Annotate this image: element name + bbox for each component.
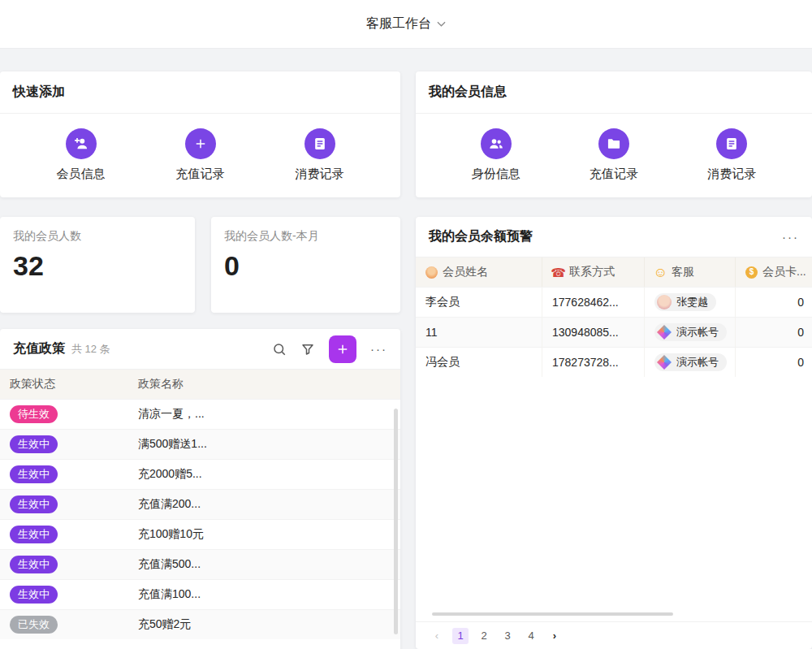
- add-policy-button[interactable]: [329, 335, 356, 363]
- vertical-scrollbar[interactable]: [394, 409, 398, 634]
- group-icon: [481, 128, 512, 159]
- member-row[interactable]: 11 130948085... 演示帐号 0: [416, 317, 812, 347]
- member-row[interactable]: 李会员 177628462... 张雯越 0: [416, 287, 812, 317]
- horizontal-scrollbar-track: [425, 612, 802, 616]
- page-button-1[interactable]: 1: [452, 628, 469, 644]
- quick-add-card: 快速添加 会员信息 充值记录: [0, 71, 400, 197]
- member-icon: [425, 266, 438, 279]
- policy-name: 充值满200...: [128, 497, 400, 512]
- app-title: 客服工作台: [366, 15, 431, 32]
- column-header-member-name: 会员姓名: [416, 257, 542, 287]
- action-recharge-record[interactable]: 充值记录: [590, 128, 638, 182]
- more-actions-icon[interactable]: [782, 230, 799, 244]
- money-icon: [745, 266, 758, 279]
- column-header-agent: 客服: [645, 257, 736, 287]
- policy-name: 充100赠10元: [128, 527, 400, 542]
- column-label: 会员卡...: [762, 265, 806, 279]
- pagination: ‹ 1 2 3 4 ›: [416, 621, 812, 649]
- card-header: 快速添加: [0, 71, 400, 114]
- app-title-switcher[interactable]: 客服工作台: [366, 15, 446, 32]
- policy-row[interactable]: 生效中 满500赠送1...: [0, 429, 400, 459]
- action-consume-record[interactable]: 消费记录: [296, 128, 344, 182]
- action-label: 充值记录: [176, 167, 225, 182]
- recharge-policy-card: 充值政策 共 12 条: [0, 329, 400, 649]
- column-label: 客服: [672, 265, 694, 279]
- column-header-name: 政策名称: [128, 377, 400, 392]
- status-badge: 待生效: [10, 405, 58, 423]
- next-page-button[interactable]: ›: [546, 628, 563, 644]
- status-badge: 生效中: [10, 586, 58, 604]
- agent-avatar: [657, 325, 672, 340]
- status-badge: 生效中: [10, 465, 58, 483]
- page-button-4[interactable]: 4: [523, 628, 539, 644]
- column-label: 会员姓名: [443, 265, 488, 279]
- receipt-icon: [304, 128, 335, 159]
- agent-chip: 演示帐号: [654, 353, 727, 371]
- page-button-2[interactable]: 2: [476, 628, 492, 644]
- member-name: 11: [416, 318, 542, 347]
- filter-icon[interactable]: [300, 342, 315, 357]
- policy-row[interactable]: 生效中 充值满500...: [0, 549, 400, 579]
- action-recharge-record[interactable]: 充值记录: [176, 128, 225, 182]
- policy-name: 清凉一夏，...: [128, 407, 400, 422]
- column-header-contact: 联系方式: [542, 257, 645, 287]
- member-actions: 身份信息 充值记录 消: [416, 114, 812, 197]
- member-balance: 0: [736, 288, 812, 317]
- policy-table-header: 政策状态 政策名称: [0, 370, 400, 399]
- card-title: 我的会员余额预警: [429, 228, 533, 245]
- policy-row[interactable]: 生效中 充值满200...: [0, 489, 400, 519]
- member-add-icon: [66, 128, 97, 159]
- agent-name: 演示帐号: [676, 325, 719, 340]
- more-actions-icon[interactable]: [370, 342, 387, 356]
- member-contact: 130948085...: [542, 318, 645, 347]
- member-name: 李会员: [416, 288, 542, 317]
- policy-name: 满500赠送1...: [128, 437, 400, 452]
- balance-warning-card: 我的会员余额预警 会员姓名 联系方式 客服 会员卡...: [416, 217, 812, 649]
- prev-page-button[interactable]: ‹: [429, 628, 445, 644]
- quick-actions: 会员信息 充值记录 消费记录: [0, 114, 400, 197]
- dashboard-canvas: 快速添加 会员信息 充值记录: [0, 49, 812, 649]
- policy-name: 充50赠2元: [128, 617, 400, 632]
- action-label: 消费记录: [707, 167, 756, 182]
- card-title: 充值政策: [13, 340, 65, 357]
- document-icon: [716, 128, 747, 159]
- action-identity-info[interactable]: 身份信息: [472, 128, 520, 182]
- policy-row[interactable]: 生效中 充100赠10元: [0, 519, 400, 549]
- policy-name: 充值满100...: [128, 587, 400, 602]
- stat-label: 我的会员人数: [13, 229, 182, 244]
- folder-icon: [598, 128, 629, 159]
- member-row[interactable]: 冯会员 178273728... 演示帐号 0: [416, 347, 812, 377]
- stat-value: 0: [224, 251, 387, 281]
- agent-avatar: [657, 295, 672, 309]
- stat-value: 32: [13, 251, 182, 281]
- column-label: 联系方式: [569, 265, 615, 279]
- action-member-info[interactable]: 会员信息: [57, 128, 106, 182]
- record-count: 共 12 条: [71, 342, 110, 357]
- smiley-icon: [654, 266, 667, 279]
- policy-table-body: 待生效 清凉一夏，... 生效中 满500赠送1... 生效中 充2000赠5.…: [0, 399, 400, 639]
- page-button-3[interactable]: 3: [499, 628, 516, 644]
- agent-name: 张雯越: [676, 295, 708, 309]
- member-contact: 177628462...: [542, 288, 645, 317]
- card-header: 充值政策 共 12 条: [0, 329, 400, 370]
- search-icon[interactable]: [272, 342, 287, 357]
- stat-card-member-count: 我的会员人数 32: [0, 217, 195, 313]
- action-consume-record[interactable]: 消费记录: [707, 128, 756, 182]
- agent-chip: 演示帐号: [654, 323, 727, 341]
- policy-row[interactable]: 生效中 充2000赠5...: [0, 459, 400, 489]
- policy-row[interactable]: 生效中 充值满100...: [0, 579, 400, 609]
- plus-icon: [335, 342, 350, 357]
- action-label: 充值记录: [590, 167, 638, 182]
- member-contact: 178273728...: [542, 348, 645, 377]
- status-badge: 生效中: [10, 495, 58, 513]
- chevron-down-icon: [437, 21, 446, 27]
- policy-row[interactable]: 已失效 充50赠2元: [0, 609, 400, 639]
- top-bar: 客服工作台: [0, 0, 812, 49]
- status-badge: 已失效: [10, 616, 58, 634]
- action-label: 消费记录: [296, 167, 344, 182]
- policy-name: 充值满500...: [128, 557, 400, 572]
- horizontal-scrollbar[interactable]: [432, 612, 673, 616]
- warning-table-body: 李会员 177628462... 张雯越 0 11 130948085... 演…: [416, 287, 812, 377]
- action-label: 身份信息: [472, 167, 520, 182]
- policy-row[interactable]: 待生效 清凉一夏，...: [0, 399, 400, 429]
